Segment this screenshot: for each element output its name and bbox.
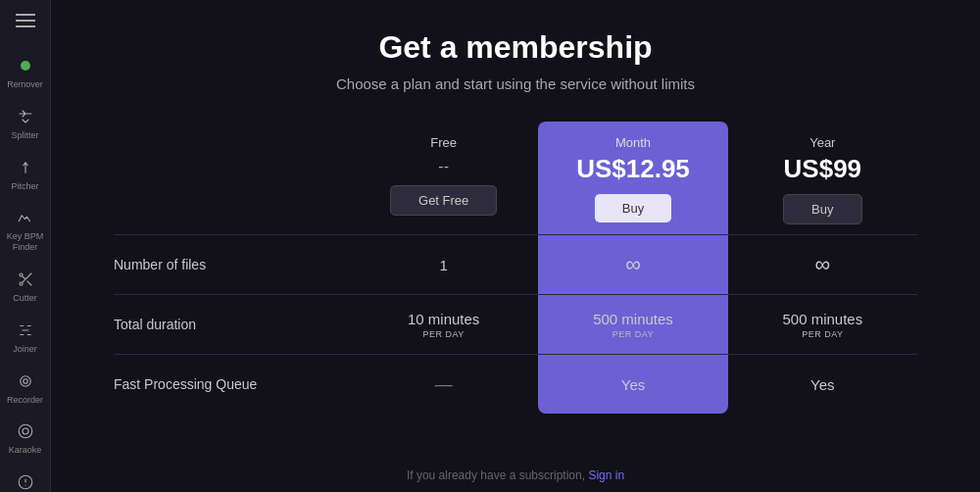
- joiner-icon: [15, 320, 36, 341]
- cutter-icon: [15, 269, 36, 290]
- support-icon: [15, 471, 36, 492]
- pricing-header: Free -- Get Free Month US$12.95 Buy Year…: [114, 122, 917, 234]
- cell-processing-free: —: [349, 355, 538, 414]
- plan-year: Year US$99 Buy: [728, 122, 917, 234]
- get-free-button[interactable]: Get Free: [390, 185, 497, 216]
- plan-month: Month US$12.95 Buy: [538, 122, 727, 234]
- sidebar-item-joiner[interactable]: Joiner: [0, 312, 50, 363]
- main-content: Get a membership Choose a plan and start…: [51, 0, 980, 492]
- sidebar-item-recorder[interactable]: Recorder: [0, 363, 50, 414]
- plan-month-name: Month: [615, 135, 651, 150]
- cell-duration-month: 500 minutes PER DAY: [538, 295, 727, 354]
- splitter-icon: [15, 106, 36, 127]
- svg-point-5: [23, 428, 28, 434]
- page-title: Get a membership: [378, 29, 652, 66]
- hamburger-icon[interactable]: [16, 14, 35, 27]
- footer-note: If you already have a subscription, Sign…: [71, 459, 960, 482]
- cell-files-free: 1: [349, 235, 538, 294]
- row-fast-processing: Fast Processing Queue — Yes Yes: [114, 354, 917, 414]
- buy-year-button[interactable]: Buy: [783, 194, 861, 224]
- sidebar-item-cutter[interactable]: Cutter: [0, 261, 50, 312]
- svg-point-1: [20, 282, 23, 285]
- row-label-files: Number of files: [114, 243, 349, 286]
- svg-point-2: [20, 375, 30, 386]
- pricing-table: Free -- Get Free Month US$12.95 Buy Year…: [114, 122, 917, 414]
- sidebar-item-karaoke[interactable]: Karaoke: [0, 413, 50, 464]
- sidebar-item-key-bpm[interactable]: Key BPM Finder: [0, 199, 50, 261]
- recorder-icon: [15, 370, 36, 392]
- svg-point-3: [23, 378, 27, 383]
- svg-point-4: [19, 425, 32, 439]
- plan-year-name: Year: [809, 135, 835, 150]
- karaoke-icon: [15, 420, 36, 442]
- row-label-processing: Fast Processing Queue: [114, 363, 349, 406]
- sidebar-item-pitcher[interactable]: Pitcher: [0, 149, 50, 200]
- menu-toggle[interactable]: [0, 10, 50, 31]
- row-total-duration: Total duration 10 minutes PER DAY 500 mi…: [114, 294, 917, 354]
- plan-free-name: Free: [430, 135, 457, 150]
- cell-processing-month: Yes: [538, 355, 727, 414]
- sidebar-item-support[interactable]: Support: [6, 464, 45, 492]
- cell-duration-year: 500 minutes PER DAY: [728, 295, 917, 354]
- cell-files-year: ∞: [728, 235, 917, 294]
- svg-point-0: [20, 273, 23, 276]
- plan-year-price: US$99: [784, 154, 862, 184]
- cell-duration-free: 10 minutes PER DAY: [349, 295, 538, 354]
- page-subtitle: Choose a plan and start using the servic…: [336, 75, 695, 92]
- remover-icon: [15, 55, 36, 76]
- sidebar-item-remover[interactable]: Remover: [0, 47, 50, 98]
- row-label-duration: Total duration: [114, 303, 349, 346]
- pitcher-icon: [15, 157, 36, 178]
- plan-free: Free -- Get Free: [349, 122, 538, 234]
- buy-month-button[interactable]: Buy: [595, 194, 671, 222]
- key-bpm-icon: [15, 207, 36, 228]
- pricing-rows: Number of files 1 ∞ ∞ Total duration 10 …: [114, 234, 917, 414]
- cell-files-month: ∞: [538, 235, 727, 294]
- cell-processing-year: Yes: [728, 355, 917, 414]
- sidebar: Remover Splitter Pitcher Key BPM Finder …: [0, 0, 51, 492]
- plan-month-price: US$12.95: [576, 154, 690, 184]
- sign-in-link[interactable]: Sign in: [588, 468, 624, 482]
- row-number-of-files: Number of files 1 ∞ ∞: [114, 234, 917, 294]
- plan-free-price: --: [438, 158, 449, 175]
- sidebar-item-splitter[interactable]: Splitter: [0, 98, 50, 149]
